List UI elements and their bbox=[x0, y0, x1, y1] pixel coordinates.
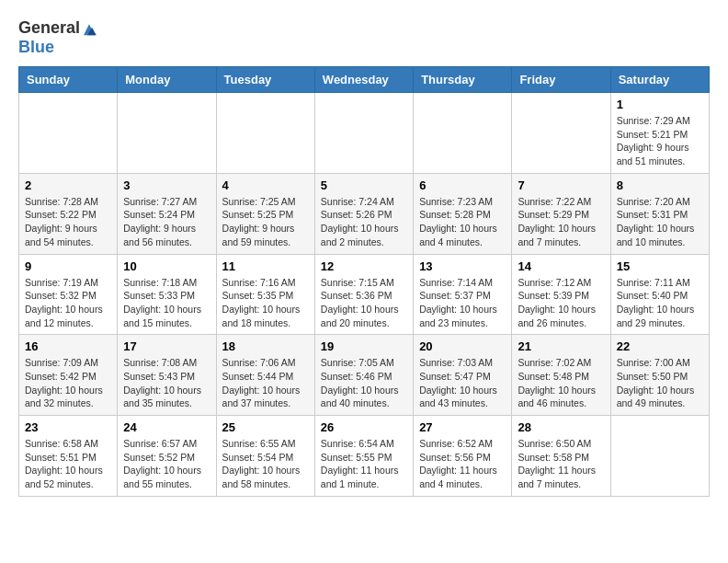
calendar-day-cell: 6Sunrise: 7:23 AM Sunset: 5:28 PM Daylig… bbox=[414, 173, 512, 254]
day-info: Sunrise: 6:52 AM Sunset: 5:56 PM Dayligh… bbox=[419, 437, 506, 491]
day-number: 22 bbox=[617, 339, 703, 353]
calendar-day-cell: 7Sunrise: 7:22 AM Sunset: 5:29 PM Daylig… bbox=[512, 173, 610, 254]
day-info: Sunrise: 6:57 AM Sunset: 5:52 PM Dayligh… bbox=[123, 437, 210, 491]
day-number: 10 bbox=[123, 259, 210, 273]
day-info: Sunrise: 7:12 AM Sunset: 5:39 PM Dayligh… bbox=[518, 276, 604, 330]
day-number: 17 bbox=[123, 339, 210, 353]
day-number: 23 bbox=[25, 420, 111, 434]
calendar-day-cell: 18Sunrise: 7:06 AM Sunset: 5:44 PM Dayli… bbox=[216, 335, 314, 416]
day-number: 11 bbox=[222, 259, 309, 273]
calendar-table: SundayMondayTuesdayWednesdayThursdayFrid… bbox=[18, 66, 710, 497]
day-of-week-header: Tuesday bbox=[216, 67, 314, 93]
day-number: 20 bbox=[419, 339, 506, 353]
day-number: 13 bbox=[419, 259, 506, 273]
calendar-day-cell: 28Sunrise: 6:50 AM Sunset: 5:58 PM Dayli… bbox=[512, 416, 610, 497]
day-number: 12 bbox=[321, 259, 407, 273]
calendar-day-cell: 13Sunrise: 7:14 AM Sunset: 5:37 PM Dayli… bbox=[414, 254, 512, 335]
day-of-week-header: Thursday bbox=[414, 67, 512, 93]
calendar-day-cell: 5Sunrise: 7:24 AM Sunset: 5:26 PM Daylig… bbox=[314, 173, 413, 254]
calendar-day-cell: 21Sunrise: 7:02 AM Sunset: 5:48 PM Dayli… bbox=[512, 335, 610, 416]
calendar-day-cell: 22Sunrise: 7:00 AM Sunset: 5:50 PM Dayli… bbox=[610, 335, 709, 416]
day-info: Sunrise: 7:00 AM Sunset: 5:50 PM Dayligh… bbox=[617, 356, 703, 410]
day-info: Sunrise: 7:18 AM Sunset: 5:33 PM Dayligh… bbox=[123, 276, 210, 330]
calendar-day-cell: 17Sunrise: 7:08 AM Sunset: 5:43 PM Dayli… bbox=[118, 335, 216, 416]
day-number: 3 bbox=[123, 178, 210, 192]
logo: GeneralBlue bbox=[18, 18, 98, 57]
calendar-day-cell: 26Sunrise: 6:54 AM Sunset: 5:55 PM Dayli… bbox=[314, 416, 413, 497]
day-info: Sunrise: 6:58 AM Sunset: 5:51 PM Dayligh… bbox=[25, 437, 111, 491]
day-info: Sunrise: 7:09 AM Sunset: 5:42 PM Dayligh… bbox=[25, 356, 111, 410]
day-info: Sunrise: 7:25 AM Sunset: 5:25 PM Dayligh… bbox=[222, 195, 309, 249]
day-info: Sunrise: 7:11 AM Sunset: 5:40 PM Dayligh… bbox=[617, 276, 703, 330]
calendar-week-row: 23Sunrise: 6:58 AM Sunset: 5:51 PM Dayli… bbox=[19, 416, 710, 497]
calendar-day-cell: 11Sunrise: 7:16 AM Sunset: 5:35 PM Dayli… bbox=[216, 254, 314, 335]
day-info: Sunrise: 7:14 AM Sunset: 5:37 PM Dayligh… bbox=[419, 276, 506, 330]
day-info: Sunrise: 7:08 AM Sunset: 5:43 PM Dayligh… bbox=[123, 356, 210, 410]
day-of-week-header: Monday bbox=[118, 67, 216, 93]
day-info: Sunrise: 7:16 AM Sunset: 5:35 PM Dayligh… bbox=[222, 276, 309, 330]
day-number: 18 bbox=[222, 339, 309, 353]
day-info: Sunrise: 7:02 AM Sunset: 5:48 PM Dayligh… bbox=[518, 356, 604, 410]
day-info: Sunrise: 7:03 AM Sunset: 5:47 PM Dayligh… bbox=[419, 356, 506, 410]
calendar-header-row: SundayMondayTuesdayWednesdayThursdayFrid… bbox=[19, 67, 710, 93]
day-number: 19 bbox=[321, 339, 407, 353]
day-of-week-header: Saturday bbox=[610, 67, 709, 93]
calendar-day-cell: 20Sunrise: 7:03 AM Sunset: 5:47 PM Dayli… bbox=[414, 335, 512, 416]
calendar-day-cell bbox=[19, 93, 118, 174]
calendar-week-row: 2Sunrise: 7:28 AM Sunset: 5:22 PM Daylig… bbox=[19, 173, 710, 254]
logo-icon bbox=[81, 20, 97, 37]
calendar-day-cell: 25Sunrise: 6:55 AM Sunset: 5:54 PM Dayli… bbox=[216, 416, 314, 497]
calendar-day-cell: 3Sunrise: 7:27 AM Sunset: 5:24 PM Daylig… bbox=[118, 173, 216, 254]
calendar-day-cell: 15Sunrise: 7:11 AM Sunset: 5:40 PM Dayli… bbox=[610, 254, 709, 335]
logo-text: GeneralBlue bbox=[18, 18, 98, 57]
day-number: 7 bbox=[518, 178, 604, 192]
day-number: 4 bbox=[222, 178, 309, 192]
day-info: Sunrise: 7:24 AM Sunset: 5:26 PM Dayligh… bbox=[321, 195, 407, 249]
calendar-day-cell: 12Sunrise: 7:15 AM Sunset: 5:36 PM Dayli… bbox=[314, 254, 413, 335]
day-number: 8 bbox=[617, 178, 703, 192]
calendar-day-cell: 8Sunrise: 7:20 AM Sunset: 5:31 PM Daylig… bbox=[610, 173, 709, 254]
calendar-day-cell: 16Sunrise: 7:09 AM Sunset: 5:42 PM Dayli… bbox=[19, 335, 118, 416]
calendar-day-cell: 9Sunrise: 7:19 AM Sunset: 5:32 PM Daylig… bbox=[19, 254, 118, 335]
day-info: Sunrise: 7:23 AM Sunset: 5:28 PM Dayligh… bbox=[419, 195, 506, 249]
day-number: 9 bbox=[25, 259, 111, 273]
day-info: Sunrise: 7:28 AM Sunset: 5:22 PM Dayligh… bbox=[25, 195, 111, 249]
calendar-day-cell: 1Sunrise: 7:29 AM Sunset: 5:21 PM Daylig… bbox=[610, 93, 709, 174]
day-number: 26 bbox=[321, 420, 407, 434]
calendar-day-cell: 23Sunrise: 6:58 AM Sunset: 5:51 PM Dayli… bbox=[19, 416, 118, 497]
day-info: Sunrise: 7:19 AM Sunset: 5:32 PM Dayligh… bbox=[25, 276, 111, 330]
calendar-day-cell: 10Sunrise: 7:18 AM Sunset: 5:33 PM Dayli… bbox=[118, 254, 216, 335]
day-number: 14 bbox=[518, 259, 604, 273]
day-info: Sunrise: 7:22 AM Sunset: 5:29 PM Dayligh… bbox=[518, 195, 604, 249]
calendar-week-row: 16Sunrise: 7:09 AM Sunset: 5:42 PM Dayli… bbox=[19, 335, 710, 416]
day-info: Sunrise: 7:15 AM Sunset: 5:36 PM Dayligh… bbox=[321, 276, 407, 330]
day-of-week-header: Friday bbox=[512, 67, 610, 93]
day-info: Sunrise: 6:55 AM Sunset: 5:54 PM Dayligh… bbox=[222, 437, 309, 491]
calendar-day-cell: 24Sunrise: 6:57 AM Sunset: 5:52 PM Dayli… bbox=[118, 416, 216, 497]
day-of-week-header: Wednesday bbox=[314, 67, 413, 93]
day-number: 2 bbox=[25, 178, 111, 192]
calendar-day-cell: 2Sunrise: 7:28 AM Sunset: 5:22 PM Daylig… bbox=[19, 173, 118, 254]
day-number: 15 bbox=[617, 259, 703, 273]
day-number: 16 bbox=[25, 339, 111, 353]
day-number: 1 bbox=[617, 98, 703, 111]
calendar-day-cell bbox=[512, 93, 610, 174]
calendar-day-cell: 27Sunrise: 6:52 AM Sunset: 5:56 PM Dayli… bbox=[414, 416, 512, 497]
day-number: 6 bbox=[419, 178, 506, 192]
calendar-day-cell bbox=[314, 93, 413, 174]
calendar-day-cell bbox=[118, 93, 216, 174]
calendar-week-row: 1Sunrise: 7:29 AM Sunset: 5:21 PM Daylig… bbox=[19, 93, 710, 174]
day-number: 28 bbox=[518, 420, 604, 434]
day-info: Sunrise: 7:20 AM Sunset: 5:31 PM Dayligh… bbox=[617, 195, 703, 249]
calendar-week-row: 9Sunrise: 7:19 AM Sunset: 5:32 PM Daylig… bbox=[19, 254, 710, 335]
day-number: 21 bbox=[518, 339, 604, 353]
day-number: 25 bbox=[222, 420, 309, 434]
day-number: 5 bbox=[321, 178, 407, 192]
day-of-week-header: Sunday bbox=[19, 67, 118, 93]
calendar-day-cell bbox=[414, 93, 512, 174]
day-info: Sunrise: 6:54 AM Sunset: 5:55 PM Dayligh… bbox=[321, 437, 407, 491]
day-number: 27 bbox=[419, 420, 506, 434]
day-info: Sunrise: 7:06 AM Sunset: 5:44 PM Dayligh… bbox=[222, 356, 309, 410]
logo-blue: Blue bbox=[18, 38, 54, 56]
day-info: Sunrise: 6:50 AM Sunset: 5:58 PM Dayligh… bbox=[518, 437, 604, 491]
